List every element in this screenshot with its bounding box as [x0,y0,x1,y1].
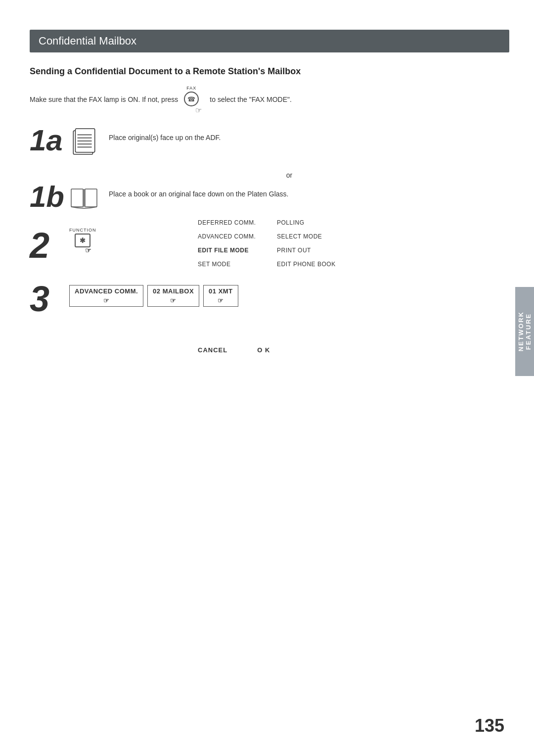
menu-item-select-mode: SELECT MODE [277,230,356,243]
side-tab-line2: FEATURE [525,313,532,350]
svg-rect-10 [85,189,97,207]
function-hand: ☞ [85,246,91,254]
fax-text-after: to select the "FAX MODE". [210,95,292,103]
subtitle: Sending a Confidential Document to a Rem… [30,66,509,77]
menu-item-edit-phone-book: EDIT PHONE BOOK [277,257,356,271]
step-1b: 1b Place a book or an original face down… [30,182,509,216]
cancel-ok-area: CANCEL O K [198,346,509,354]
main-content: Confidential Mailbox Sending a Confident… [30,30,509,726]
side-tab-line1: NETWORK [517,311,525,351]
step-1a: 1a Place original(s) face up on the ADF. [30,126,509,159]
fax-label: FAX [186,86,196,91]
step-3-buttons: ADVANCED COMM. ☞ 02 MAILBOX ☞ 01 XMT ☞ [69,285,238,307]
menu-grid: DEFERRED COMM. POLLING ADVANCED COMM. SE… [198,216,509,271]
adf-icon [69,128,99,159]
svg-rect-9 [71,189,83,207]
menu-item-polling: POLLING [277,216,356,230]
ok-label[interactable]: O K [257,346,270,354]
book-svg [69,184,99,214]
step-1a-number: 1a [30,126,69,155]
menu-item-deferred-comm: DEFERRED COMM. [198,216,277,230]
cancel-label[interactable]: CANCEL [198,346,227,354]
mailbox-label: 02 MAILBOX [153,287,194,295]
function-button: FUNCTION ✱ ☞ [69,228,96,247]
mailbox-hand: ☞ [170,297,177,304]
xmt-hand: ☞ [218,297,224,304]
menu-item-advanced-comm: ADVANCED COMM. [198,230,277,243]
menu-item-set-mode: SET MODE [198,257,277,271]
adf-svg [69,128,99,157]
svg-rect-3 [75,129,94,152]
fax-text-before: Make sure that the FAX lamp is ON. If no… [30,95,178,103]
book-icon [69,184,99,216]
side-tab: NETWORK FEATURE [515,287,534,376]
fax-circle-svg: ☎ [183,91,200,107]
advanced-comm-label: ADVANCED COMM. [75,287,138,295]
page-title: Confidential Mailbox [39,35,500,47]
fax-circle-wrap: ☎ ☞ [183,91,200,109]
step-3-number: 3 [30,281,69,317]
or-separator: or [69,171,509,179]
fax-instruction: Make sure that the FAX lamp is ON. If no… [30,88,509,111]
side-tab-text: NETWORK FEATURE [517,311,532,351]
step-3-section: 3 ADVANCED COMM. ☞ 02 MAILBOX ☞ 01 XMT ☞ [30,281,509,317]
step-1b-desc: Place a book or an original face down on… [109,182,288,199]
mailbox-button[interactable]: 02 MAILBOX ☞ [147,285,199,307]
function-star: ✱ [80,236,86,244]
step-2-section: 2 FUNCTION ✱ ☞ DEFERRED COMM. POLLING AD… [30,228,509,271]
advanced-comm-hand: ☞ [103,297,110,304]
function-square: ✱ ☞ [75,234,90,247]
menu-item-print-out: PRINT OUT [277,243,356,257]
xmt-label: 01 XMT [209,287,233,295]
function-label: FUNCTION [69,228,96,233]
advanced-comm-button[interactable]: ADVANCED COMM. ☞ [69,285,143,307]
page-container: NETWORK FEATURE Confidential Mailbox Sen… [0,0,534,756]
fax-hand-icon: ☞ [195,106,202,115]
function-btn-wrap: FUNCTION ✱ ☞ [69,228,96,247]
step-1a-desc: Place original(s) face up on the ADF. [109,126,221,143]
fax-button-icon: FAX ☎ ☞ [183,86,200,109]
step-1b-number: 1b [30,182,69,212]
page-number: 135 [475,715,504,736]
menu-item-edit-file-mode: EDIT FILE MODE [198,243,277,257]
xmt-button[interactable]: 01 XMT ☞ [203,285,238,307]
svg-text:☎: ☎ [187,95,195,103]
header-bar: Confidential Mailbox [30,30,509,52]
step-2-number: 2 [30,228,69,263]
